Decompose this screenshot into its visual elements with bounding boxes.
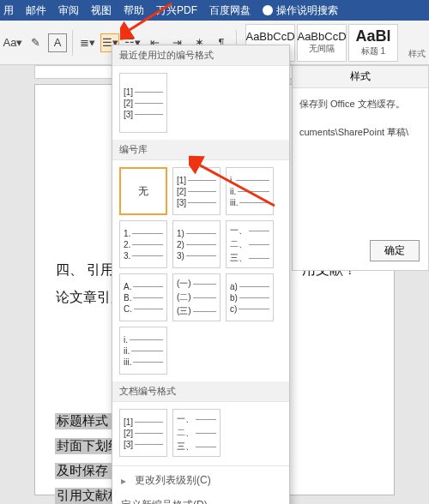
- styles-pane-title: 样式: [293, 66, 428, 88]
- menu-item[interactable]: 邮件: [26, 3, 46, 18]
- styles-pane-msg: 保存到 Office 文档缓存。 cuments\SharePoint 草稿\: [293, 88, 428, 148]
- section-library: 编号库: [112, 140, 289, 160]
- font-case-button[interactable]: Aa▾: [3, 33, 22, 52]
- num-tile[interactable]: [1][2][3]: [119, 409, 167, 457]
- menu-item[interactable]: 万兴PDF: [156, 3, 197, 18]
- num-tile[interactable]: A.B.C.: [119, 273, 167, 321]
- tell-me-label: 操作说明搜索: [276, 3, 338, 18]
- tell-me[interactable]: 操作说明搜索: [263, 3, 338, 18]
- numbering-dropdown: 最近使用过的编号格式 [1] [2] [3] 编号库 无[1][2][3]i.i…: [112, 45, 290, 504]
- clear-format-button[interactable]: ✎: [26, 33, 45, 52]
- style-no-spacing[interactable]: AaBbCcD 无间隔: [297, 24, 347, 62]
- menu-item[interactable]: 百度网盘: [209, 3, 251, 18]
- menu-item[interactable]: 用: [3, 3, 14, 18]
- styles-pane: 样式 保存到 Office 文档缓存。 cuments\SharePoint 草…: [292, 65, 429, 271]
- num-tile[interactable]: i.ii.iii.: [119, 327, 167, 375]
- bullets-button[interactable]: ≣▾: [78, 33, 97, 52]
- menu-item[interactable]: 视图: [91, 3, 112, 18]
- styles-group-label: 样式: [408, 48, 426, 60]
- num-tile[interactable]: 1.2.3.: [119, 220, 167, 268]
- section-doc: 文档编号格式: [112, 381, 289, 402]
- num-tile[interactable]: 1)2)3): [172, 220, 221, 268]
- num-tile-none[interactable]: 无: [119, 167, 167, 215]
- change-list-level[interactable]: ▸ 更改列表级别(C): [112, 468, 289, 493]
- define-new-format[interactable]: 定义新编号格式(D)...: [112, 493, 289, 504]
- num-tile[interactable]: a)b)c): [226, 273, 274, 321]
- num-tile[interactable]: (一)(二)(三): [172, 273, 221, 321]
- num-tile-recent[interactable]: [1] [2] [3]: [119, 73, 167, 133]
- num-tile[interactable]: 一、二、三、: [172, 409, 221, 457]
- menu-bar: 用 邮件 审阅 视图 帮助 万兴PDF 百度网盘 操作说明搜索: [0, 0, 429, 21]
- lightbulb-icon: [263, 5, 273, 15]
- num-tile[interactable]: i.ii.iii.: [226, 167, 274, 215]
- num-tile[interactable]: 一、二、三、: [226, 220, 274, 268]
- ok-button[interactable]: 确定: [370, 240, 420, 261]
- section-recent: 最近使用过的编号格式: [112, 45, 289, 66]
- style-heading1[interactable]: AaBl 标题 1: [348, 24, 398, 62]
- char-border-button[interactable]: A: [48, 33, 67, 52]
- separator: [72, 30, 73, 56]
- chevron-right-icon: ▸: [121, 475, 126, 487]
- menu-item[interactable]: 审阅: [58, 3, 79, 18]
- menu-item[interactable]: 帮助: [124, 3, 144, 18]
- num-tile[interactable]: [1][2][3]: [172, 167, 221, 215]
